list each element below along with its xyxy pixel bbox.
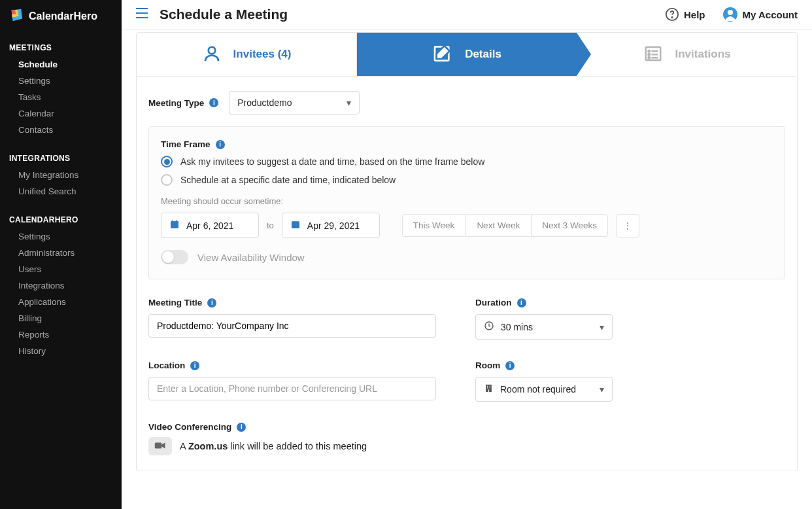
timeframe-radio-specific[interactable]: Schedule at a specific date and time, in… xyxy=(161,174,773,186)
wizard-tabs: Invitees (4) Details Invitations xyxy=(136,32,798,77)
wizard-step-label: Invitees (4) xyxy=(233,48,292,61)
time-frame-label-text: Time Frame xyxy=(161,139,211,149)
info-icon[interactable]: i xyxy=(209,98,218,107)
svg-rect-16 xyxy=(176,220,177,222)
date-from-value: Apr 6, 2021 xyxy=(186,220,233,231)
nav-item-unified-search[interactable]: Unified Search xyxy=(0,183,122,200)
user-icon xyxy=(202,44,222,65)
calendar-icon xyxy=(169,219,180,232)
wizard-step-details[interactable]: Details xyxy=(356,33,577,76)
nav-item-tasks[interactable]: Tasks xyxy=(0,89,122,105)
timeframe-hint: Meeting should occur sometime: xyxy=(161,196,773,206)
meeting-title-label-text: Meeting Title xyxy=(148,298,202,307)
logo-icon xyxy=(9,8,24,25)
svg-rect-14 xyxy=(171,221,178,223)
room-label-text: Room xyxy=(475,360,500,370)
account-label: My Account xyxy=(743,9,798,20)
svg-point-7 xyxy=(208,46,215,54)
caret-down-icon: ▾ xyxy=(600,322,604,332)
svg-rect-20 xyxy=(487,386,488,387)
meeting-title-label: Meeting Title i xyxy=(148,298,436,307)
nav-item-applications[interactable]: Applications xyxy=(0,294,122,310)
my-account-button[interactable]: My Account xyxy=(722,7,798,22)
availability-toggle[interactable] xyxy=(161,250,188,264)
nav-item-schedule[interactable]: Schedule xyxy=(0,56,122,73)
caret-down-icon: ▾ xyxy=(347,97,351,108)
more-ranges-button[interactable]: ⋮ xyxy=(616,214,639,237)
video-conferencing-label: Video Conferencing i xyxy=(148,422,246,432)
info-icon[interactable]: i xyxy=(505,361,515,370)
quick-this-week[interactable]: This Week xyxy=(402,214,466,237)
brand-logo[interactable]: CalendarHero xyxy=(0,0,122,37)
help-icon xyxy=(665,7,679,22)
meeting-type-select[interactable]: Productdemo ▾ xyxy=(229,91,360,114)
kebab-icon: ⋮ xyxy=(623,220,632,231)
radio-label: Ask my invitees to suggest a date and ti… xyxy=(180,156,484,167)
meeting-title-input[interactable] xyxy=(157,321,428,331)
help-label: Help xyxy=(684,9,705,20)
nav-item-history[interactable]: History xyxy=(0,343,122,359)
svg-point-6 xyxy=(728,10,733,15)
info-icon[interactable]: i xyxy=(216,140,225,149)
topbar: Schedule a Meeting Help My Account xyxy=(122,0,812,29)
room-label: Room i xyxy=(475,360,763,370)
brand-name: CalendarHero xyxy=(29,10,97,22)
nav-item-ch-integrations[interactable]: Integrations xyxy=(0,277,122,294)
location-label: Location i xyxy=(148,360,436,370)
svg-rect-23 xyxy=(490,387,490,388)
nav-item-reports[interactable]: Reports xyxy=(0,326,122,343)
wizard-step-invitees[interactable]: Invitees (4) xyxy=(137,33,356,76)
timeframe-radio-ask[interactable]: Ask my invitees to suggest a date and ti… xyxy=(161,156,773,167)
svg-rect-24 xyxy=(488,389,489,392)
svg-point-10 xyxy=(649,50,651,52)
nav-item-billing[interactable]: Billing xyxy=(0,310,122,326)
menu-toggle-icon[interactable] xyxy=(136,8,148,22)
nav-item-calendar[interactable]: Calendar xyxy=(0,105,122,122)
location-label-text: Location xyxy=(148,360,185,370)
nav-item-contacts[interactable]: Contacts xyxy=(0,122,122,138)
availability-toggle-label: View Availability Window xyxy=(197,252,305,263)
svg-rect-17 xyxy=(292,221,299,228)
info-icon[interactable]: i xyxy=(207,298,216,307)
wizard-step-invitations[interactable]: Invitations xyxy=(577,33,797,76)
svg-point-12 xyxy=(649,57,651,59)
date-from-input[interactable]: Apr 6, 2021 xyxy=(161,213,259,238)
radio-label: Schedule at a specific date and time, in… xyxy=(180,175,396,185)
duration-label-text: Duration xyxy=(475,298,512,307)
details-panel: Meeting Type i Productdemo ▾ Time Frame … xyxy=(136,77,798,470)
duration-select[interactable]: 30 mins ▾ xyxy=(475,314,613,340)
wizard-step-label: Details xyxy=(465,48,501,61)
radio-icon xyxy=(161,156,173,167)
svg-point-11 xyxy=(649,54,651,56)
svg-point-4 xyxy=(671,17,672,18)
video-conferencing-text: A Zoom.us link will be added to this mee… xyxy=(180,441,367,451)
location-input[interactable] xyxy=(157,383,428,394)
page-title: Schedule a Meeting xyxy=(160,7,288,22)
main-content: Schedule a Meeting Help My Account xyxy=(122,0,812,509)
nav-item-administrators[interactable]: Administrators xyxy=(0,245,122,261)
edit-icon xyxy=(432,43,453,66)
quick-next-3-weeks[interactable]: Next 3 Weeks xyxy=(531,214,608,237)
info-icon[interactable]: i xyxy=(517,298,526,307)
date-to-input[interactable]: Apr 29, 2021 xyxy=(282,213,380,238)
calendar-icon xyxy=(290,219,301,232)
info-icon[interactable]: i xyxy=(190,361,199,370)
nav-item-settings[interactable]: Settings xyxy=(0,73,122,89)
meeting-title-input-wrap xyxy=(148,314,436,338)
date-to-value: Apr 29, 2021 xyxy=(307,220,360,231)
info-icon[interactable]: i xyxy=(237,423,246,432)
camera-icon xyxy=(154,441,166,452)
svg-rect-22 xyxy=(487,387,488,388)
room-select[interactable]: Room not required ▾ xyxy=(475,377,613,402)
caret-down-icon: ▾ xyxy=(600,384,604,395)
svg-rect-15 xyxy=(173,220,173,222)
svg-rect-21 xyxy=(490,386,490,387)
nav-item-ch-settings[interactable]: Settings xyxy=(0,228,122,245)
nav-group-integrations: INTEGRATIONS xyxy=(0,147,122,167)
video-provider-badge[interactable] xyxy=(148,437,172,455)
quick-next-week[interactable]: Next Week xyxy=(466,214,530,237)
nav-item-users[interactable]: Users xyxy=(0,261,122,277)
help-button[interactable]: Help xyxy=(665,7,705,22)
nav-item-my-integrations[interactable]: My Integrations xyxy=(0,167,122,183)
meeting-type-label: Meeting Type i xyxy=(148,98,218,108)
